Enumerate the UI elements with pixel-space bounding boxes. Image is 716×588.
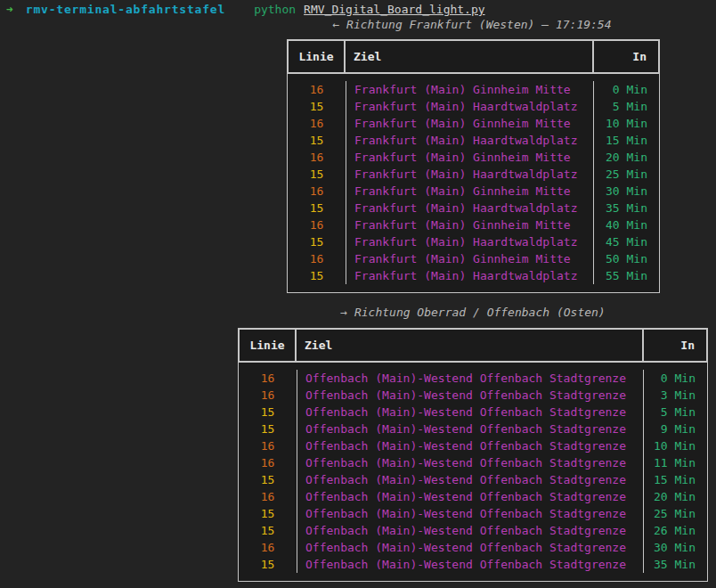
col-linie: 161615151616151615151615 [239, 370, 297, 573]
line-number: 15 [239, 404, 297, 421]
departure-countdown: 50 Min [594, 250, 659, 267]
destination: Frankfurt (Main) Haardtwaldplatz [354, 267, 593, 284]
table-body: 161516151615161516151615 Frankfurt (Main… [287, 74, 660, 293]
line-number: 16 [288, 250, 346, 267]
destination: Offenbach (Main)-Westend Offenbach Stadt… [305, 437, 643, 454]
departure-countdown: 11 Min [644, 454, 707, 471]
departure-countdown: 20 Min [594, 149, 659, 166]
col-linie: 161516151615161516151615 [288, 81, 346, 284]
terminal-window: { "terminal": { "prompt_symbol": "➜", "d… [0, 0, 716, 588]
direction-heading-west: ← Richtung Frankfurt (Westen) – 17:19:54 [267, 16, 677, 33]
line-number: 16 [288, 81, 346, 98]
line-number: 16 [239, 370, 297, 387]
col-in: 0 Min5 Min10 Min15 Min20 Min25 Min30 Min… [594, 81, 659, 284]
destination: Offenbach (Main)-Westend Offenbach Stadt… [305, 556, 643, 573]
departure-countdown: 25 Min [644, 505, 707, 522]
departure-countdown: 30 Min [594, 183, 659, 200]
destination: Offenbach (Main)-Westend Offenbach Stadt… [305, 421, 643, 437]
departure-countdown: 35 Min [644, 556, 707, 573]
departure-countdown: 15 Min [644, 471, 707, 488]
destination: Offenbach (Main)-Westend Offenbach Stadt… [305, 404, 643, 421]
column-header-in: In [592, 39, 660, 74]
destination: Frankfurt (Main) Ginnheim Mitte [354, 183, 593, 200]
destination: Offenbach (Main)-Westend Offenbach Stadt… [305, 505, 643, 522]
column-header-in: In [642, 328, 708, 363]
destination: Frankfurt (Main) Ginnheim Mitte [354, 250, 593, 267]
destination: Offenbach (Main)-Westend Offenbach Stadt… [305, 370, 643, 387]
departure-countdown: 0 Min [644, 370, 707, 387]
line-number: 16 [239, 454, 297, 471]
line-number: 16 [288, 115, 346, 132]
departure-countdown: 5 Min [644, 404, 707, 421]
line-number: 15 [239, 471, 297, 488]
line-number: 15 [239, 522, 297, 539]
table-header: Linie Ziel In [238, 328, 708, 363]
destination: Offenbach (Main)-Westend Offenbach Stadt… [305, 387, 643, 404]
column-header-linie: Linie [238, 328, 297, 363]
destination: Frankfurt (Main) Haardtwaldplatz [354, 166, 593, 183]
departure-countdown: 10 Min [594, 115, 659, 132]
line-number: 15 [239, 556, 297, 573]
destination: Frankfurt (Main) Haardtwaldplatz [354, 98, 593, 115]
col-ziel: Offenbach (Main)-Westend Offenbach Stadt… [297, 370, 644, 573]
departure-countdown: 40 Min [594, 216, 659, 233]
departure-countdown: 15 Min [594, 132, 659, 149]
line-number: 16 [239, 539, 297, 556]
departure-countdown: 25 Min [594, 166, 659, 183]
destination: Offenbach (Main)-Westend Offenbach Stadt… [305, 488, 643, 505]
departure-countdown: 10 Min [644, 437, 707, 454]
table-header: Linie Ziel In [287, 39, 660, 74]
line-number: 16 [239, 387, 297, 404]
col-ziel: Frankfurt (Main) Ginnheim MitteFrankfurt… [346, 81, 594, 284]
departure-countdown: 9 Min [644, 421, 707, 437]
line-number: 16 [239, 488, 297, 505]
destination: Frankfurt (Main) Haardtwaldplatz [354, 132, 593, 149]
line-number: 15 [288, 166, 346, 183]
departure-countdown: 0 Min [594, 81, 659, 98]
destination: Frankfurt (Main) Haardtwaldplatz [354, 200, 593, 216]
line-number: 15 [288, 233, 346, 250]
line-number: 16 [288, 149, 346, 166]
destination: Frankfurt (Main) Ginnheim Mitte [354, 149, 593, 166]
departure-countdown: 5 Min [594, 98, 659, 115]
prompt-arrow-icon: ➜ [6, 1, 13, 18]
destination: Offenbach (Main)-Westend Offenbach Stadt… [305, 539, 643, 556]
line-number: 16 [288, 216, 346, 233]
departure-countdown: 3 Min [644, 387, 707, 404]
line-number: 15 [288, 98, 346, 115]
line-number: 15 [288, 132, 346, 149]
destination: Frankfurt (Main) Ginnheim Mitte [354, 81, 593, 98]
departure-board-east: Linie Ziel In 161615151616151615151615 O… [238, 328, 708, 582]
column-header-ziel: Ziel [295, 328, 644, 363]
departure-board-west: Linie Ziel In 161516151615161516151615 F… [287, 39, 660, 293]
departure-countdown: 55 Min [594, 267, 659, 284]
line-number: 16 [288, 183, 346, 200]
line-number: 16 [239, 437, 297, 454]
departure-countdown: 26 Min [644, 522, 707, 539]
destination: Offenbach (Main)-Westend Offenbach Stadt… [305, 471, 643, 488]
line-number: 15 [239, 421, 297, 437]
departure-countdown: 45 Min [594, 233, 659, 250]
table-body: 161615151616151615151615 Offenbach (Main… [238, 363, 708, 582]
prompt-directory: rmv-terminal-abfahrtstafel [26, 1, 225, 18]
column-header-linie: Linie [287, 39, 346, 74]
destination: Frankfurt (Main) Ginnheim Mitte [354, 216, 593, 233]
destination: Frankfurt (Main) Haardtwaldplatz [354, 233, 593, 250]
direction-heading-east: → Richtung Oberrad / Offenbach (Osten) [238, 304, 708, 321]
destination: Offenbach (Main)-Westend Offenbach Stadt… [305, 454, 643, 471]
departure-countdown: 35 Min [594, 200, 659, 216]
destination: Frankfurt (Main) Ginnheim Mitte [354, 115, 593, 132]
line-number: 15 [239, 505, 297, 522]
col-in: 0 Min3 Min5 Min9 Min10 Min11 Min15 Min20… [644, 370, 707, 573]
column-header-ziel: Ziel [344, 39, 594, 74]
departure-countdown: 30 Min [644, 539, 707, 556]
line-number: 15 [288, 267, 346, 284]
destination: Offenbach (Main)-Westend Offenbach Stadt… [305, 522, 643, 539]
line-number: 15 [288, 200, 346, 216]
departure-countdown: 20 Min [644, 488, 707, 505]
